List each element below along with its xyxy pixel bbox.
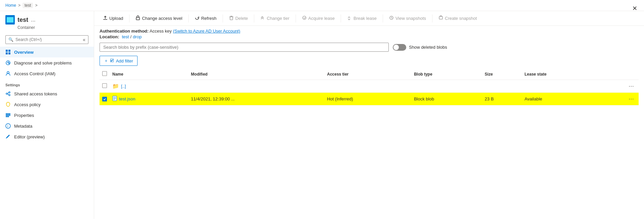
breadcrumb-sep: > xyxy=(18,3,21,8)
row-checkbox-col xyxy=(100,93,110,105)
delete-button[interactable]: Delete xyxy=(226,14,252,23)
sidebar-search-input[interactable] xyxy=(15,37,81,42)
lock-icon xyxy=(136,15,140,21)
svg-line-10 xyxy=(7,94,9,95)
row-checkbox-col xyxy=(100,80,110,93)
change-tier-button[interactable]: Change tier xyxy=(257,14,293,23)
resource-ellipsis-menu[interactable]: ... xyxy=(31,17,35,23)
acquire-lease-icon xyxy=(302,15,307,21)
col-access-tier: Access tier xyxy=(324,69,411,80)
switch-auth-link[interactable]: (Switch to Azure AD User Account) xyxy=(173,29,240,34)
table-row: test.json 11/4/2021, 12:39:00 ... Hot (I… xyxy=(100,93,639,105)
svg-point-6 xyxy=(6,93,7,94)
access-control-icon xyxy=(5,71,11,76)
row-checkbox[interactable] xyxy=(102,83,107,88)
sidebar-access-policy-label: Access policy xyxy=(14,102,41,107)
col-lease-state: Lease state xyxy=(522,69,598,80)
row-more-button[interactable]: ⋯ xyxy=(627,82,636,90)
toolbar-sep-4 xyxy=(254,14,254,23)
sidebar: test ... Container 🔍 « Overview xyxy=(0,11,94,219)
row-checkbox[interactable] xyxy=(102,97,107,101)
select-all-col xyxy=(100,69,110,80)
collapse-sidebar-button[interactable]: « xyxy=(83,37,85,42)
view-snapshots-button[interactable]: View snapshots xyxy=(386,14,429,23)
file-icon xyxy=(112,96,117,102)
svg-rect-16 xyxy=(136,17,140,20)
change-access-button[interactable]: Change access level xyxy=(132,14,186,23)
sidebar-item-access-policy[interactable]: Access policy xyxy=(0,99,94,110)
svg-rect-3 xyxy=(8,52,10,54)
blobs-table: Name Modified Access tier Blob type Size… xyxy=(100,69,639,105)
toggle-knob xyxy=(393,45,399,50)
toolbar-sep-3 xyxy=(223,14,223,23)
row-modified xyxy=(188,80,325,93)
col-size: Size xyxy=(482,69,522,80)
close-button[interactable]: ✕ xyxy=(631,3,639,13)
sidebar-search-box: 🔍 « xyxy=(5,35,88,44)
acquire-lease-button[interactable]: Acquire lease xyxy=(299,14,338,23)
toolbar: Upload Change access level Refresh xyxy=(94,11,644,26)
sidebar-item-metadata[interactable]: i Metadata xyxy=(0,121,94,131)
sidebar-metadata-label: Metadata xyxy=(14,124,32,129)
resource-icon xyxy=(5,15,15,25)
svg-rect-11 xyxy=(6,114,10,114)
row-name[interactable]: [..] xyxy=(121,84,126,89)
settings-section-label: Settings xyxy=(0,79,94,88)
sidebar-item-overview[interactable]: Overview xyxy=(0,47,94,57)
sidebar-overview-label: Overview xyxy=(14,50,34,55)
row-name-cell: test.json xyxy=(110,93,188,105)
resource-name: test xyxy=(17,16,28,24)
diagnose-icon xyxy=(5,60,11,65)
show-deleted-toggle-wrap: Show deleted blobs xyxy=(393,44,447,51)
row-more-button[interactable]: ⋯ xyxy=(627,95,636,103)
row-actions: ⋯ xyxy=(598,80,639,93)
editor-icon xyxy=(5,134,11,139)
show-deleted-label: Show deleted blobs xyxy=(409,45,447,50)
row-access-tier xyxy=(324,80,411,93)
sidebar-item-properties[interactable]: Properties xyxy=(0,110,94,121)
svg-rect-1 xyxy=(8,50,10,52)
row-size: 23 B xyxy=(482,93,522,105)
show-deleted-toggle[interactable] xyxy=(393,44,406,51)
sidebar-item-editor[interactable]: Editor (preview) xyxy=(0,131,94,142)
add-filter-button[interactable]: ＋ 🗹 Add filter xyxy=(100,56,138,66)
svg-point-7 xyxy=(9,92,10,93)
breadcrumb-home[interactable]: Home xyxy=(5,3,16,8)
location-row: Location: test / drop xyxy=(100,34,639,39)
search-icon: 🔍 xyxy=(8,37,13,42)
resource-type: Container xyxy=(17,25,88,30)
row-name[interactable]: test.json xyxy=(119,96,135,101)
access-policy-icon xyxy=(5,102,11,107)
svg-text:i: i xyxy=(7,124,8,128)
break-lease-button[interactable]: Break lease xyxy=(344,14,380,23)
filter-bar: ＋ 🗹 Add filter xyxy=(94,54,644,69)
create-snapshot-button[interactable]: Create snapshot xyxy=(435,14,480,23)
col-blob-type: Blob type xyxy=(411,69,482,80)
toolbar-sep-2 xyxy=(188,14,189,23)
svg-point-5 xyxy=(7,72,9,74)
info-bar: Authentication method: Access key (Switc… xyxy=(94,26,644,40)
breadcrumb-current: test xyxy=(23,3,33,8)
blob-search-area: Show deleted blobs xyxy=(94,40,644,54)
sidebar-item-access-control[interactable]: Access Control (IAM) xyxy=(0,68,94,79)
toolbar-sep-5 xyxy=(296,14,296,23)
toolbar-sep-6 xyxy=(341,14,341,23)
toolbar-sep-7 xyxy=(383,14,383,23)
sidebar-item-shared-access[interactable]: Shared access tokens xyxy=(0,88,94,99)
blob-search-input[interactable] xyxy=(100,43,389,52)
refresh-button[interactable]: Refresh xyxy=(191,14,220,23)
upload-icon xyxy=(103,15,108,21)
overview-icon xyxy=(5,49,11,55)
add-filter-icon: ＋ 🗹 xyxy=(104,58,114,64)
row-lease-state: Available xyxy=(522,93,598,105)
table-header: Name Modified Access tier Blob type Size… xyxy=(100,69,639,80)
row-size xyxy=(482,80,522,93)
toolbar-sep-1 xyxy=(129,14,129,23)
sidebar-access-control-label: Access Control (IAM) xyxy=(14,71,55,76)
svg-rect-20 xyxy=(439,16,443,19)
svg-rect-12 xyxy=(6,115,10,116)
upload-button[interactable]: Upload xyxy=(100,14,126,23)
select-all-checkbox[interactable] xyxy=(102,71,107,76)
sidebar-item-diagnose[interactable]: Diagnose and solve problems xyxy=(0,57,94,68)
sidebar-editor-label: Editor (preview) xyxy=(14,134,45,139)
